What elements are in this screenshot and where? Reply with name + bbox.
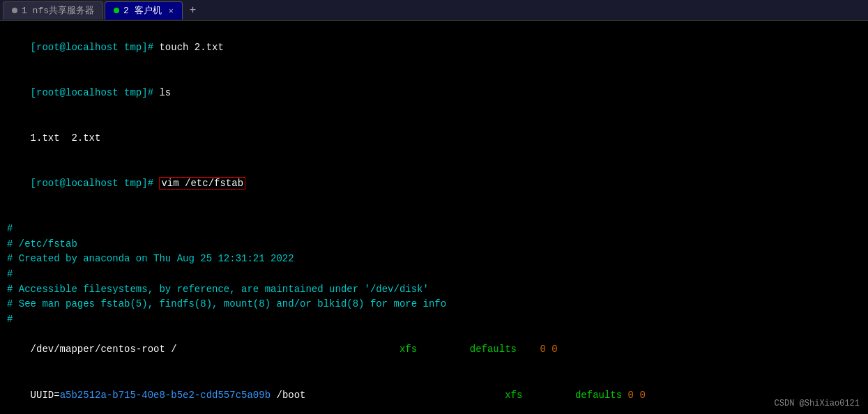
fstab-comment-1: # — [7, 222, 861, 237]
cmd-ls: ls — [159, 87, 171, 98]
uuid-boot-mount: /boot — [271, 390, 505, 401]
watermark: CSDN @ShiXiao0121 — [775, 399, 860, 408]
fstab-comment-5: # Accessible filesystems, by reference, … — [7, 282, 861, 298]
fstab-comment-2: # /etc/fstab — [7, 237, 861, 252]
uuid-boot-options: defaults — [551, 390, 622, 401]
fstab-comment-6: # See man pages fstab(5), findfs(8), mou… — [7, 297, 861, 312]
fstab-comment-3: # Created by anaconda on Thu Aug 25 12:3… — [7, 252, 861, 267]
mapper-fs: xfs — [399, 344, 446, 355]
terminal-line-3: 1.txt 2.txt — [7, 116, 861, 161]
fstab-uuid-boot: UUID=a5b2512a-b715-40e8-b5e2-cdd557c5a09… — [7, 373, 861, 414]
fstab-comment-4: # — [7, 267, 861, 282]
prompt-3: [root@localhost tmp]# — [31, 178, 160, 189]
tab-client[interactable]: 2 客户机 ✕ — [105, 1, 183, 20]
tab-dot-inactive — [12, 8, 17, 13]
tab-close-icon[interactable]: ✕ — [169, 6, 174, 16]
new-tab-button[interactable]: + — [184, 4, 202, 17]
vim-command-highlight: vim /etc/fstab — [159, 177, 245, 190]
tab-label-server: 1 nfs共享服务器 — [22, 4, 94, 17]
fstab-comment-7: # — [7, 312, 861, 328]
cmd-touch: touch 2.txt — [159, 42, 223, 53]
terminal-line-1: [root@localhost tmp]# touch 2.txt — [7, 25, 861, 70]
mapper-dump — [517, 344, 540, 355]
terminal-line-2: [root@localhost tmp]# ls — [7, 70, 861, 116]
ls-output: 1.txt 2.txt — [31, 132, 101, 144]
tab-label-client: 2 客户机 — [123, 4, 162, 17]
prompt-1: [root@localhost tmp]# — [31, 42, 160, 53]
terminal-line-4: [root@localhost tmp]# vim /etc/fstab — [7, 161, 861, 206]
uuid-boot-value: a5b2512a-b715-40e8-b5e2-cdd557c5a09b — [60, 390, 271, 401]
mapper-options: defaults — [446, 344, 517, 355]
mapper-d1: 0 0 — [540, 344, 558, 355]
tab-nfs-server[interactable]: 1 nfs共享服务器 — [3, 1, 103, 20]
uuid-boot-fs: xfs — [505, 390, 551, 401]
uuid-boot-dump: 0 0 — [628, 390, 646, 401]
fstab-mapper-line: /dev/mapper/centos-root / xfs defaults 0… — [7, 328, 861, 373]
prompt-2: [root@localhost tmp]# — [31, 87, 160, 98]
tab-dot-active — [114, 8, 119, 13]
mapper-device: /dev/mapper/centos-root / — [31, 344, 399, 355]
uuid-boot-prefix: UUID= — [31, 390, 60, 401]
blank-line — [7, 206, 861, 222]
terminal-area: [root@localhost tmp]# touch 2.txt [root@… — [0, 21, 868, 414]
tab-bar: 1 nfs共享服务器 2 客户机 ✕ + — [0, 0, 868, 21]
